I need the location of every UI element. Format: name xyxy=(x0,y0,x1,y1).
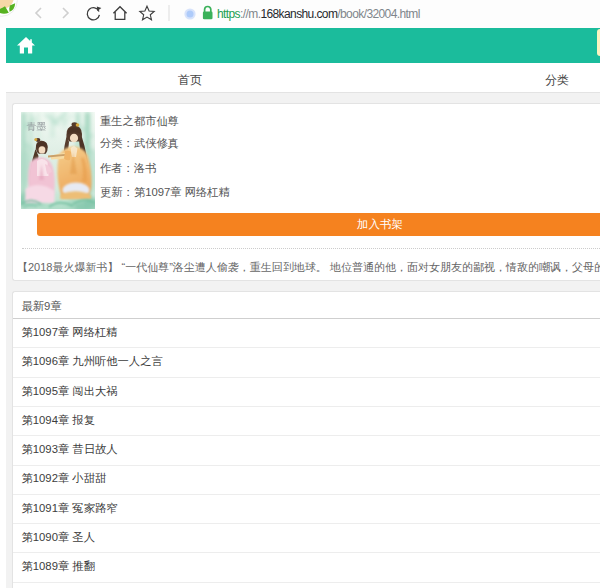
svg-text:青墨: 青墨 xyxy=(27,121,47,132)
